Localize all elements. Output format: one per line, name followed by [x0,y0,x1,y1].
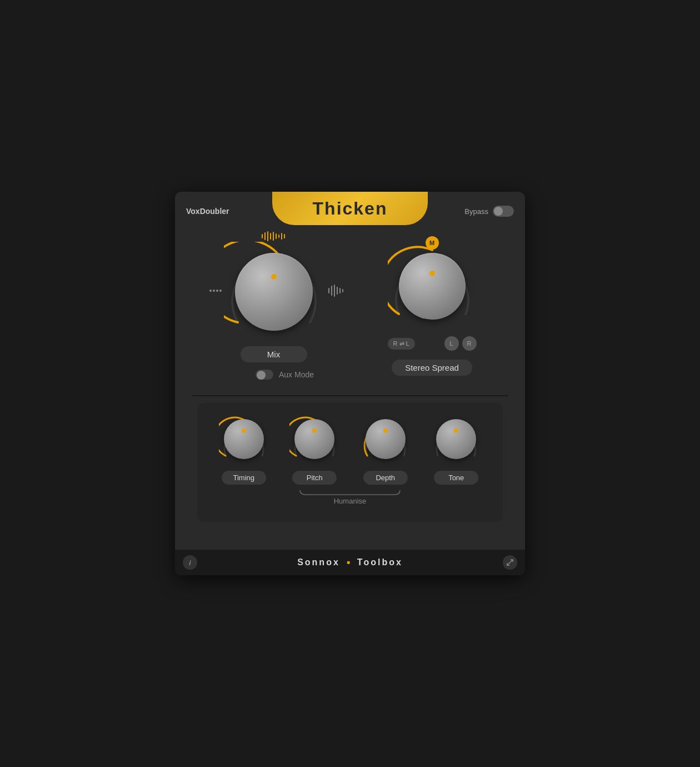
svg-line-19 [507,560,513,565]
tone-knob-body[interactable] [436,419,476,459]
timing-knob-group: Timing [219,414,269,485]
svg-point-11 [216,290,218,292]
humanise-bracket [294,489,406,496]
footer-toolbox: Toolbox [357,557,403,567]
svg-rect-0 [262,234,263,238]
depth-knob-group: Depth [361,414,411,485]
svg-rect-2 [267,231,268,241]
svg-rect-15 [334,285,335,297]
rl-swap-button[interactable]: R ⇌ L [388,338,415,350]
timing-label: Timing [222,471,266,485]
humanise-label-area: Humanise [208,489,492,505]
footer-brand: Sonnox [297,557,340,567]
waveform-right-icon [327,282,345,301]
plugin-title: Thicken [313,198,388,219]
svg-rect-3 [270,233,271,240]
bypass-toggle[interactable] [493,206,514,217]
mix-label: Mix [241,346,307,362]
depth-knob-body[interactable] [366,419,406,459]
svg-rect-7 [281,233,282,240]
bypass-label: Bypass [464,207,488,216]
tone-knob-wrap[interactable] [431,414,481,464]
svg-point-9 [209,290,212,292]
svg-rect-6 [278,235,279,238]
stereo-controls: R ⇌ L L R [388,336,477,351]
mix-knob-dot [271,274,277,280]
lr-buttons: L R [444,336,477,351]
aux-mode-row: Aux Mode [256,370,314,380]
tone-knob-group: Tone [431,414,481,485]
svg-rect-16 [337,287,338,295]
timing-knob-wrap[interactable] [219,414,269,464]
pitch-knob-body[interactable] [294,419,334,459]
svg-rect-8 [284,234,285,238]
header: VoxDoubler Thicken Bypass [175,192,525,231]
tone-label: Tone [434,471,478,485]
depth-knob-wrap[interactable] [361,414,411,464]
svg-rect-1 [264,232,266,240]
l-button[interactable]: L [444,336,459,351]
aux-mode-toggle[interactable] [256,370,273,380]
stereo-spread-knob-dot [429,271,435,276]
brand-label: VoxDoubler [186,207,229,216]
stereo-spread-knob-group: M R ⇌ L L R [388,242,477,376]
stereo-spread-knob-body[interactable] [399,253,466,320]
timing-knob-dot [242,429,246,433]
stereo-spread-label: Stereo Spread [392,360,472,376]
svg-point-10 [213,290,215,292]
waveform-left-icon [208,282,222,301]
pitch-knob-dot [312,429,317,433]
timing-knob-body[interactable] [224,419,264,459]
resize-icon [506,559,514,566]
svg-rect-4 [273,232,274,241]
info-button[interactable]: i [183,555,197,570]
bypass-area: Bypass [464,206,514,217]
svg-point-12 [219,290,222,292]
small-knobs-row: Timing Pitch [208,414,492,485]
footer-separator: • [347,556,351,569]
header-title-area: Thicken [272,192,428,225]
depth-label: Depth [363,471,408,485]
r-button[interactable]: R [462,336,477,351]
stereo-spread-knob-wrap[interactable]: M R ⇌ L L R [388,242,477,331]
mix-knob-body[interactable] [235,253,313,331]
svg-rect-13 [328,288,329,293]
main-divider [192,395,508,396]
svg-rect-18 [342,289,343,292]
aux-mode-label: Aux Mode [279,370,314,379]
pitch-knob-group: Pitch [289,414,339,485]
mix-knob-wrap[interactable] [224,242,324,342]
pitch-label: Pitch [292,471,337,485]
plugin-container: VoxDoubler Thicken Bypass [175,192,525,575]
resize-button[interactable] [503,555,517,570]
main-knobs-row: Mix Aux Mode M [192,242,508,380]
svg-rect-17 [339,288,341,293]
footer: i Sonnox • Toolbox [175,550,525,575]
svg-rect-14 [331,286,332,296]
svg-rect-5 [276,233,277,239]
mix-knob-group: Mix Aux Mode [224,242,324,380]
humanise-section: Timing Pitch [197,403,503,522]
humanise-label: Humanise [334,497,367,505]
main-section: Mix Aux Mode M [175,231,525,533]
tone-knob-dot [454,429,458,433]
depth-knob-dot [383,429,388,433]
pitch-knob-wrap[interactable] [289,414,339,464]
